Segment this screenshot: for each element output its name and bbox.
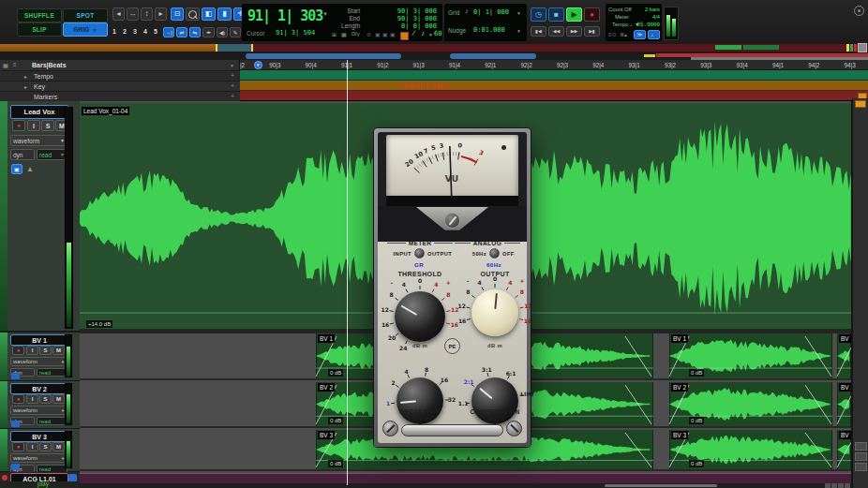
mode-shuffle-button[interactable]: SHUFFLE — [17, 8, 62, 22]
pencil-tool-button[interactable]: ✎ — [230, 27, 241, 37]
elastic-audio-icon[interactable] — [11, 421, 20, 427]
input-monitor-button[interactable]: I — [26, 394, 38, 404]
tab-to-transient-button[interactable]: →| — [163, 27, 174, 37]
solo-button[interactable]: S — [39, 442, 52, 451]
length-value[interactable]: 0| 0| 000 — [364, 22, 437, 30]
track-color-strip[interactable] — [0, 429, 7, 471]
start-value[interactable]: 90| 3| 000 — [364, 7, 437, 15]
zoom-button-1[interactable] — [855, 442, 867, 451]
meter-mode-value[interactable]: GR — [405, 261, 433, 268]
timeline-overview[interactable] — [0, 43, 868, 52]
zoom-button-2[interactable] — [855, 452, 867, 461]
automation-lane-button[interactable]: dyn — [10, 149, 35, 160]
markers-ruler-row[interactable]: Markers + — [0, 91, 240, 101]
elastic-audio-icon[interactable]: ▣ — [11, 164, 22, 174]
acg-region-bar[interactable] — [80, 473, 851, 483]
automation-gain-chip[interactable]: +14.0 dB — [86, 320, 112, 328]
key-add-icon[interactable]: + — [231, 82, 234, 89]
status-icon-2[interactable]: ▣ — [375, 31, 381, 37]
threshold-knob[interactable] — [395, 291, 445, 342]
tempo-add-icon[interactable]: + — [231, 72, 234, 79]
automation-gain-chip[interactable]: 0 dB — [689, 417, 704, 424]
track-name-bv-3[interactable]: BV 3 — [10, 431, 68, 442]
nudge-dropdown-icon[interactable]: ▼ — [516, 28, 521, 34]
zoom-preset-4[interactable]: 4 — [143, 28, 147, 35]
zoom-preset-2[interactable]: 2 — [123, 28, 127, 35]
status-icon-3[interactable]: ▣ — [382, 31, 388, 37]
record-button[interactable]: ● — [584, 7, 600, 22]
zoomer-tool-button[interactable] — [186, 7, 200, 21]
fast-forward-button[interactable]: ▶▶ — [566, 26, 582, 37]
zoom-in-arrow-button[interactable]: ▸ — [155, 7, 167, 21]
automation-gain-chip[interactable]: 0 dB — [328, 369, 343, 377]
automation-mode-selector[interactable]: read — [37, 417, 67, 425]
mute-button[interactable]: M — [52, 394, 65, 404]
timeline-insertion-icon[interactable]: ⊞ — [332, 31, 337, 37]
elastic-audio-icon[interactable] — [11, 373, 20, 379]
return-to-zero-button[interactable]: ▮◀ — [531, 26, 546, 37]
automation-mode-selector[interactable]: read — [37, 368, 67, 377]
status-icon-1[interactable]: ⊘ — [367, 31, 371, 37]
automation-gain-chip[interactable]: 0 dB — [689, 460, 704, 467]
mute-button[interactable]: M — [52, 346, 65, 355]
ruler-marker-icon[interactable]: ▾ — [254, 61, 262, 69]
input-monitor-button[interactable]: I — [26, 442, 38, 451]
markers-add-icon[interactable]: + — [231, 93, 234, 99]
metronome-button[interactable]: ♩ — [648, 30, 660, 39]
markers-lane[interactable] — [240, 91, 868, 101]
play-button[interactable]: ▶ — [566, 7, 582, 22]
grid-dropdown-icon[interactable]: ▼ — [516, 10, 521, 16]
mute-button[interactable]: M — [52, 442, 65, 451]
horizontal-scrollbar-thumb[interactable] — [605, 484, 717, 487]
horizontal-zoom-button[interactable]: ↔ — [127, 7, 139, 21]
tempo-expand-icon[interactable]: ▸ — [24, 73, 27, 80]
status-icon-4[interactable]: ▣ — [390, 31, 396, 37]
track-view-selector[interactable]: waveform▼ — [10, 406, 67, 415]
track-color-strip[interactable] — [0, 101, 7, 331]
record-safe-indicator[interactable] — [400, 32, 409, 40]
rewind-button[interactable]: ◀◀ — [548, 26, 564, 37]
record-enable-button[interactable]: ● — [12, 394, 24, 404]
solo-button[interactable]: S — [39, 346, 52, 355]
nudge-value[interactable]: 0:01.000 — [473, 26, 505, 34]
link-timeline-edit-button[interactable]: ⇄ — [176, 27, 187, 37]
selector-tool-button[interactable]: ▮ — [217, 7, 232, 21]
pencil-icon[interactable]: ∕ — [413, 29, 414, 37]
note-icon[interactable]: ♪ — [421, 29, 425, 37]
insertion-follows-playback-button[interactable]: ◂▸ — [202, 27, 215, 37]
analog-mode-value[interactable]: 60Hz — [480, 261, 508, 268]
scroll-button-2[interactable] — [831, 483, 837, 488]
elastic-audio-icon[interactable] — [11, 464, 20, 470]
track-color-strip[interactable] — [0, 333, 7, 380]
zoom-toggle-button[interactable]: ⊡ — [171, 7, 184, 21]
automation-gain-chip[interactable]: 0 dB — [328, 417, 343, 424]
ruler-view-icon[interactable]: ▦ — [3, 62, 8, 68]
scroll-button-3[interactable] — [838, 483, 844, 488]
main-counter-value[interactable]: 91| 1| 303 — [247, 7, 322, 24]
grid-value[interactable]: 0| 1| 000 — [473, 8, 509, 16]
transport-option-icon-1[interactable]: ≡⊙ — [608, 31, 617, 37]
stop-button[interactable]: ■ — [548, 7, 564, 22]
midi-merge-button[interactable]: ≫ — [634, 30, 646, 39]
grid-display-icon[interactable]: ▦ — [341, 31, 347, 37]
mode-spot-button[interactable]: SPOT — [63, 8, 108, 22]
solo-button[interactable]: S — [39, 394, 52, 404]
automation-gain-chip[interactable]: 0 dB — [328, 460, 343, 467]
solo-button[interactable]: S — [41, 120, 54, 131]
bars-dropdown-icon[interactable]: ▼ — [230, 63, 234, 68]
zoom-out-arrow-button[interactable]: ◂ — [112, 7, 125, 21]
delay-compensation-label[interactable]: Dly — [352, 31, 360, 37]
input-monitor-button[interactable]: I — [26, 346, 38, 355]
track-color-strip[interactable] — [0, 381, 7, 428]
input-monitor-button[interactable]: I — [27, 120, 40, 131]
meter-toggle-switch[interactable] — [414, 248, 425, 259]
ruler-list-icon[interactable]: ≡ — [13, 62, 17, 67]
window-target-icon[interactable] — [854, 6, 864, 16]
automation-mode-selector[interactable]: read▼ — [37, 149, 67, 160]
tempo-ruler-row[interactable]: ▸ Tempo + — [0, 70, 240, 81]
zoom-button-3[interactable] — [855, 463, 867, 471]
key-expand-icon[interactable]: ▸ — [24, 83, 27, 90]
go-to-end-button[interactable]: ▶▮ — [584, 26, 600, 37]
analog-toggle-switch[interactable] — [489, 248, 500, 259]
key-ruler-row[interactable]: ▸ Key + — [0, 81, 240, 91]
